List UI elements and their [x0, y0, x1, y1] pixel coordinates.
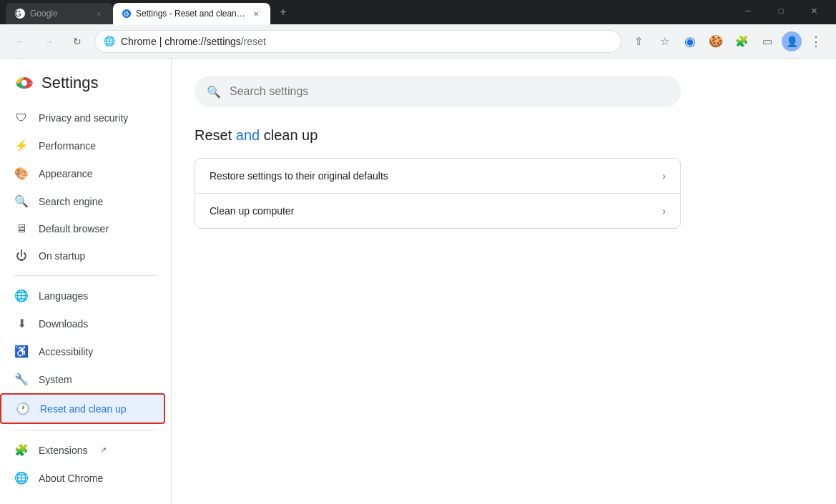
- address-path: /reset: [241, 36, 266, 47]
- search-engine-icon: 🔍: [14, 194, 29, 208]
- google-account-button[interactable]: ◉: [679, 30, 702, 53]
- sidebar-item-languages[interactable]: 🌐 Languages: [0, 282, 165, 310]
- sidebar-item-accessibility-label: Accessibility: [39, 346, 93, 357]
- downloads-icon: ⬇: [14, 317, 29, 330]
- share-button[interactable]: ⇧: [627, 30, 650, 53]
- tab-settings-close[interactable]: ✕: [250, 8, 262, 19]
- svg-text:G: G: [15, 9, 21, 18]
- back-button[interactable]: ←: [9, 30, 31, 53]
- sidebar-item-default-browser-label: Default browser: [39, 223, 109, 234]
- search-bar[interactable]: 🔍: [195, 76, 681, 107]
- page-title-suffix: clean up: [260, 127, 318, 143]
- bookmark-button[interactable]: ☆: [653, 30, 676, 53]
- search-input[interactable]: [230, 85, 669, 98]
- external-link-icon: ↗: [100, 445, 107, 455]
- tab-google-label: Google: [30, 9, 89, 19]
- sidebar-button[interactable]: ▭: [756, 30, 779, 53]
- sidebar-item-reset[interactable]: 🕐 Reset and clean up: [0, 393, 165, 424]
- sidebar-item-default-browser[interactable]: 🖥 Default browser: [0, 215, 165, 242]
- forward-button[interactable]: →: [37, 30, 60, 53]
- sidebar-item-extensions-label: Extensions: [39, 445, 87, 456]
- sidebar-item-privacy-label: Privacy and security: [39, 112, 128, 124]
- sidebar-item-accessibility[interactable]: ♿ Accessibility: [0, 337, 165, 365]
- svg-point-6: [21, 80, 27, 86]
- sidebar-item-appearance-label: Appearance: [39, 168, 93, 179]
- cookie-icon[interactable]: 🍪: [704, 30, 727, 53]
- page-title-blue: and: [236, 127, 260, 143]
- sidebar-item-performance[interactable]: ⚡ Performance: [0, 132, 165, 159]
- reset-icon: 🕐: [16, 402, 30, 415]
- on-startup-icon: ⏻: [14, 249, 29, 262]
- sidebar-item-appearance[interactable]: 🎨 Appearance: [0, 159, 165, 187]
- new-tab-button[interactable]: +: [273, 2, 293, 22]
- performance-icon: ⚡: [14, 139, 29, 152]
- extensions-button[interactable]: 🧩: [730, 30, 753, 53]
- sidebar: Settings 🛡 Privacy and security ⚡ Perfor…: [0, 59, 172, 504]
- cleanup-computer-row[interactable]: Clean up computer ›: [195, 194, 680, 228]
- sidebar-item-languages-label: Languages: [39, 290, 88, 302]
- sidebar-item-on-startup[interactable]: ⏻ On startup: [0, 242, 165, 270]
- content-area: 🔍 Reset and clean up Restore settings to…: [172, 59, 836, 504]
- about-icon: 🌐: [14, 471, 29, 485]
- page-title: Reset and clean up: [195, 127, 813, 144]
- minimize-button[interactable]: ─: [732, 0, 764, 21]
- sidebar-item-on-startup-label: On startup: [39, 250, 85, 262]
- tab-google[interactable]: G Google ✕: [6, 3, 113, 24]
- reload-button[interactable]: ↻: [66, 30, 89, 53]
- address-lock-icon: 🌐: [104, 36, 115, 46]
- restore-settings-label: Restore settings to their original defau…: [210, 170, 662, 182]
- address-domain: Chrome | chrome://settings: [121, 36, 241, 47]
- window-controls: ─ □ ✕: [732, 0, 830, 21]
- cleanup-computer-label: Clean up computer: [210, 205, 662, 217]
- sidebar-item-privacy[interactable]: 🛡 Privacy and security: [0, 104, 165, 132]
- accessibility-icon: ♿: [14, 345, 29, 358]
- system-icon: 🔧: [14, 372, 29, 386]
- sidebar-divider-1: [14, 275, 157, 276]
- sidebar-title-text: Settings: [41, 74, 99, 92]
- sidebar-item-extensions[interactable]: 🧩 Extensions ↗: [0, 436, 165, 464]
- settings-favicon: ⚙: [122, 9, 132, 19]
- google-favicon: G: [14, 8, 26, 19]
- maximize-button[interactable]: □: [764, 0, 797, 21]
- default-browser-icon: 🖥: [14, 222, 29, 235]
- title-bar: G Google ✕ ⚙ Settings - Reset and clean …: [0, 0, 836, 24]
- tab-settings[interactable]: ⚙ Settings - Reset and clean up ✕: [113, 3, 270, 24]
- address-bar[interactable]: 🌐 Chrome | chrome://settings/reset: [94, 30, 621, 53]
- sidebar-item-about-label: About Chrome: [39, 473, 103, 484]
- toolbar: ← → ↻ 🌐 Chrome | chrome://settings/reset…: [0, 24, 836, 59]
- sidebar-item-about[interactable]: 🌐 About Chrome: [0, 464, 165, 492]
- sidebar-header: Settings: [0, 64, 171, 104]
- address-text: Chrome | chrome://settings/reset: [121, 36, 612, 47]
- sidebar-item-search-engine[interactable]: 🔍 Search engine: [0, 187, 165, 215]
- close-button[interactable]: ✕: [797, 0, 830, 21]
- languages-icon: 🌐: [14, 289, 29, 302]
- sidebar-item-downloads[interactable]: ⬇ Downloads: [0, 310, 165, 337]
- tab-settings-label: Settings - Reset and clean up: [136, 9, 246, 19]
- page-title-normal: Reset: [195, 127, 236, 143]
- search-icon: 🔍: [207, 85, 221, 99]
- settings-card: Restore settings to their original defau…: [195, 158, 681, 229]
- extensions-sidebar-icon: 🧩: [14, 443, 29, 457]
- appearance-icon: 🎨: [14, 167, 29, 180]
- restore-settings-row[interactable]: Restore settings to their original defau…: [195, 159, 680, 194]
- toolbar-icons: ⇧ ☆ ◉ 🍪 🧩 ▭ 👤 ⋮: [627, 30, 827, 53]
- cleanup-arrow-icon: ›: [662, 205, 666, 217]
- profile-avatar[interactable]: 👤: [782, 31, 802, 51]
- restore-arrow-icon: ›: [662, 170, 666, 182]
- tab-google-close[interactable]: ✕: [93, 8, 104, 19]
- menu-button[interactable]: ⋮: [805, 30, 827, 53]
- sidebar-item-system[interactable]: 🔧 System: [0, 365, 165, 393]
- sidebar-item-search-engine-label: Search engine: [39, 196, 103, 207]
- privacy-icon: 🛡: [14, 112, 29, 124]
- sidebar-item-reset-label: Reset and clean up: [40, 403, 127, 415]
- sidebar-item-downloads-label: Downloads: [39, 318, 88, 330]
- sidebar-divider-2: [14, 430, 157, 430]
- main-layout: Settings 🛡 Privacy and security ⚡ Perfor…: [0, 59, 836, 504]
- sidebar-item-performance-label: Performance: [39, 140, 96, 152]
- sidebar-item-system-label: System: [39, 374, 72, 385]
- chrome-logo: [14, 73, 34, 93]
- svg-text:⚙: ⚙: [123, 10, 129, 18]
